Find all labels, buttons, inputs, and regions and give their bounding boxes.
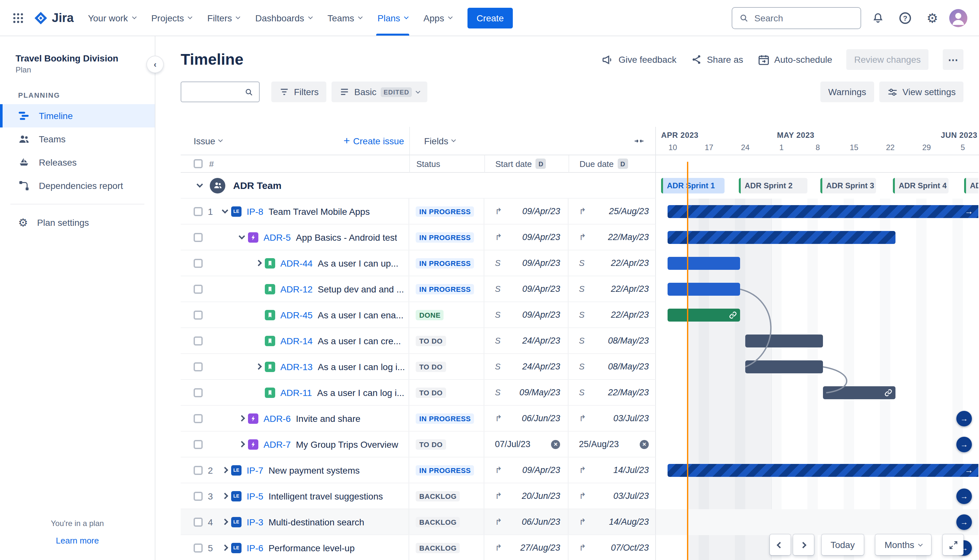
collapse-chevron[interactable] [218, 209, 231, 213]
issue-key-link[interactable]: ADR-12 [281, 284, 313, 294]
gantt-bar[interactable] [668, 257, 740, 270]
status-cell[interactable]: IN PROGRESS [409, 457, 484, 483]
nav-your-work[interactable]: Your work [80, 0, 144, 36]
start-date-cell[interactable]: ↱09/Apr/23 [484, 457, 569, 483]
row-checkbox[interactable] [194, 233, 203, 242]
nav-dashboards[interactable]: Dashboards [248, 0, 320, 36]
gantt-bar[interactable]: → [668, 464, 978, 477]
review-changes-button[interactable]: Review changes [847, 49, 929, 70]
create-button[interactable]: Create [468, 7, 513, 28]
due-date-cell[interactable]: ↱07/Oct/23 [568, 535, 655, 560]
status-cell[interactable]: IN PROGRESS [409, 406, 484, 431]
due-date-cell[interactable]: S08/May/23 [568, 328, 655, 353]
gantt-bar[interactable] [668, 231, 895, 244]
issue-key-link[interactable]: IP-5 [247, 491, 263, 501]
app-switcher-icon[interactable] [8, 7, 28, 28]
status-column-header[interactable]: Status [416, 159, 440, 168]
issue-key-link[interactable]: IP-3 [247, 517, 263, 527]
row-checkbox[interactable] [194, 543, 203, 552]
start-date-cell[interactable]: S09/Apr/23 [484, 250, 569, 276]
nav-filters[interactable]: Filters [199, 0, 247, 36]
status-cell[interactable]: TO DO [409, 354, 484, 379]
range-selector-dropdown[interactable]: Months [875, 535, 931, 555]
status-cell[interactable]: IN PROGRESS [409, 250, 484, 276]
fields-header[interactable]: Fields [424, 135, 448, 146]
clear-date-icon[interactable]: × [640, 440, 649, 449]
row-checkbox[interactable] [194, 388, 203, 397]
due-date-column-header[interactable]: Due date [580, 159, 614, 168]
gantt-bar[interactable] [823, 386, 895, 399]
due-date-cell[interactable]: S22/May/23 [568, 380, 655, 405]
due-date-cell[interactable]: ↱25/Aug/23 [568, 198, 655, 224]
start-date-cell[interactable]: S24/Apr/23 [484, 354, 569, 379]
filters-button[interactable]: Filters [271, 82, 326, 102]
start-date-cell[interactable]: ↱06/Jun/23 [484, 509, 569, 535]
start-date-cell[interactable]: S24/Apr/23 [484, 328, 569, 353]
scroll-to-bar-button[interactable]: → [956, 411, 972, 427]
select-all-checkbox[interactable] [194, 159, 203, 168]
collapse-chevron[interactable] [235, 235, 248, 239]
expand-chevron[interactable] [218, 468, 231, 472]
gantt-bar[interactable] [745, 360, 823, 373]
gantt-bar[interactable]: → [668, 205, 978, 218]
jira-logo[interactable]: Jira [33, 11, 74, 25]
nav-projects[interactable]: Projects [144, 0, 199, 36]
issue-key-link[interactable]: ADR-5 [264, 232, 291, 242]
sprint-chip[interactable]: ADR Sprint 5 [964, 178, 978, 193]
row-checkbox[interactable] [194, 492, 203, 500]
global-search[interactable] [732, 7, 861, 29]
due-date-cell[interactable]: 25/Aug/23× [568, 432, 655, 457]
scroll-left-button[interactable] [770, 535, 790, 555]
scroll-to-bar-button[interactable]: → [956, 514, 972, 530]
expand-chevron[interactable] [235, 416, 248, 420]
nav-plans[interactable]: Plans [370, 0, 416, 36]
status-cell[interactable]: BACKLOG [409, 509, 484, 535]
nav-teams[interactable]: Teams [320, 0, 370, 36]
clear-date-icon[interactable]: × [551, 440, 560, 449]
issue-key-link[interactable]: ADR-45 [281, 310, 313, 320]
view-settings-button[interactable]: View settings [879, 82, 964, 102]
due-date-cell[interactable]: ↱03/Jul/23 [568, 406, 655, 431]
issue-key-link[interactable]: IP-8 [247, 206, 263, 217]
status-cell[interactable]: TO DO [409, 380, 484, 405]
issue-key-link[interactable]: IP-6 [247, 543, 263, 553]
expand-chevron[interactable] [235, 442, 248, 447]
start-date-cell[interactable]: S09/Apr/23 [484, 302, 569, 327]
row-checkbox[interactable] [194, 284, 203, 293]
plan-search[interactable] [180, 82, 260, 102]
expand-chevron[interactable] [218, 494, 231, 498]
global-search-input[interactable] [754, 13, 845, 23]
issue-key-link[interactable]: ADR-6 [264, 413, 291, 423]
sidebar-item-dependencies-report[interactable]: Dependencies report [0, 174, 155, 197]
row-checkbox[interactable] [194, 362, 203, 371]
scroll-to-bar-button[interactable]: → [956, 437, 972, 452]
issue-key-link[interactable]: ADR-13 [281, 362, 313, 372]
due-date-cell[interactable]: S22/Apr/23 [568, 250, 655, 276]
gantt-bar[interactable] [668, 283, 740, 296]
row-checkbox[interactable] [194, 258, 203, 268]
issue-key-link[interactable]: ADR-44 [281, 258, 313, 268]
sidebar-item-timeline[interactable]: Timeline [0, 104, 155, 127]
start-date-cell[interactable]: ↱09/Apr/23 [484, 225, 569, 250]
collapse-fields-icon[interactable] [633, 135, 645, 147]
fullscreen-button[interactable] [943, 535, 964, 555]
sidebar-item-releases[interactable]: Releases [0, 151, 155, 174]
expand-chevron[interactable] [252, 261, 265, 265]
gantt-bar[interactable] [668, 308, 740, 322]
sprint-chip[interactable]: ADR Sprint 3 [820, 178, 876, 193]
status-cell[interactable]: BACKLOG [409, 535, 484, 560]
help-icon[interactable]: ? [895, 7, 916, 28]
create-issue-button[interactable]: + Create issue [344, 135, 404, 146]
due-date-cell[interactable]: S22/Apr/23 [568, 276, 655, 302]
expand-chevron[interactable] [218, 545, 231, 550]
nav-apps[interactable]: Apps [416, 0, 460, 36]
due-date-cell[interactable]: ↱22/May/23 [568, 225, 655, 250]
due-date-cell[interactable]: ↱14/Aug/23 [568, 509, 655, 535]
row-checkbox[interactable] [194, 336, 203, 345]
plan-search-input[interactable] [187, 87, 237, 97]
expand-chevron[interactable] [252, 364, 265, 369]
status-cell[interactable]: IN PROGRESS [409, 198, 484, 224]
give-feedback-button[interactable]: Give feedback [601, 53, 676, 66]
status-cell[interactable]: TO DO [409, 328, 484, 353]
status-cell[interactable]: TO DO [409, 432, 484, 457]
